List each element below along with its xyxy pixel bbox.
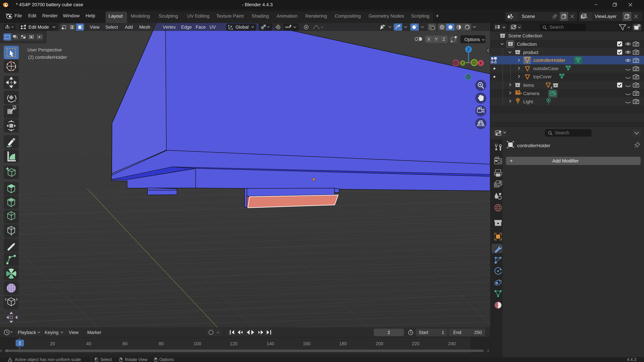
svg-text:outsideCase: outsideCase bbox=[533, 66, 558, 71]
svg-text:2: 2 bbox=[18, 341, 21, 346]
svg-text:250: 250 bbox=[474, 330, 482, 335]
svg-text:200: 200 bbox=[376, 341, 383, 346]
svg-text:Light: Light bbox=[523, 99, 533, 104]
svg-text:60: 60 bbox=[122, 341, 128, 346]
svg-text:20: 20 bbox=[50, 341, 55, 346]
svg-text:2: 2 bbox=[388, 330, 390, 335]
svg-text:View: View bbox=[69, 330, 79, 335]
svg-text:180: 180 bbox=[339, 341, 347, 346]
svg-text:Select: Select bbox=[100, 357, 112, 362]
svg-text:Marker: Marker bbox=[87, 330, 101, 335]
svg-text:100: 100 bbox=[194, 341, 201, 346]
svg-text:Options: Options bbox=[159, 357, 174, 362]
svg-text:+: + bbox=[510, 158, 513, 164]
svg-text:160: 160 bbox=[303, 341, 310, 346]
svg-text:Search: Search bbox=[550, 25, 564, 30]
svg-text:Rotate View: Rotate View bbox=[125, 357, 148, 362]
svg-text:Scene Collection: Scene Collection bbox=[508, 33, 542, 38]
svg-text:40: 40 bbox=[86, 341, 91, 346]
svg-text:X: X bbox=[480, 61, 482, 65]
svg-text:Collection: Collection bbox=[517, 42, 537, 47]
svg-text:4.4.3: 4.4.3 bbox=[627, 357, 636, 362]
svg-text:End: End bbox=[453, 330, 461, 335]
svg-text:product: product bbox=[523, 50, 538, 55]
svg-text:Camera: Camera bbox=[523, 91, 540, 96]
svg-text:items: items bbox=[523, 83, 534, 88]
svg-text:topCover: topCover bbox=[533, 74, 552, 79]
svg-text:Y: Y bbox=[461, 61, 464, 65]
svg-text:Search: Search bbox=[555, 130, 569, 135]
svg-text:80: 80 bbox=[159, 341, 164, 346]
svg-text:Playback: Playback bbox=[18, 330, 36, 335]
svg-text:120: 120 bbox=[230, 341, 237, 346]
svg-text:220: 220 bbox=[412, 341, 420, 346]
svg-text:Add Modifier: Add Modifier bbox=[552, 158, 578, 163]
svg-text:140: 140 bbox=[266, 341, 274, 346]
svg-text:240: 240 bbox=[448, 341, 456, 346]
svg-text:Z: Z bbox=[467, 47, 470, 52]
svg-text:controllerHolder: controllerHolder bbox=[533, 58, 565, 63]
svg-text:Active object has non-uniform: Active object has non-uniform scale bbox=[15, 357, 81, 362]
svg-text:Start: Start bbox=[419, 330, 428, 335]
svg-text:controllerHolder: controllerHolder bbox=[517, 143, 550, 148]
svg-text:4: 4 bbox=[550, 86, 552, 89]
svg-text:Keying: Keying bbox=[44, 330, 58, 335]
svg-text:1: 1 bbox=[442, 330, 444, 335]
